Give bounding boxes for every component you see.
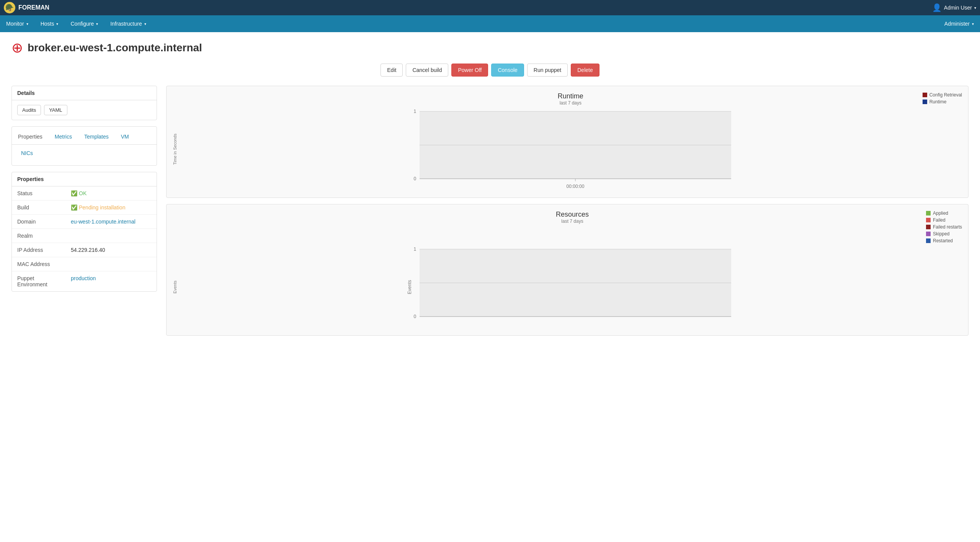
svg-text:0: 0 [413,314,416,319]
details-card: Details Audits YAML [11,86,157,120]
hosts-caret-icon: ▾ [56,22,58,26]
legend-item-failed-restarts: Failed restarts [926,224,962,230]
legend-label-runtime: Runtime [929,99,947,104]
config-retrieval-color [923,93,927,97]
legend-item-applied: Applied [926,211,962,216]
nav-hosts[interactable]: Hosts ▾ [34,15,65,32]
legend-label-restarted: Restarted [933,238,953,243]
infrastructure-caret-icon: ▾ [144,22,146,26]
restarted-color [926,238,931,243]
run-puppet-button[interactable]: Run puppet [527,64,568,77]
runtime-chart-card: Runtime last 7 days Config Retrieval Run… [166,86,969,198]
prop-value-puppet-env: production [65,271,157,292]
audits-button[interactable]: Audits [17,105,41,115]
detail-buttons: Audits YAML [17,105,151,115]
properties-card: Properties Status ✅ OK [11,172,157,292]
action-buttons: Edit Cancel build Power Off Console Run … [11,64,969,77]
cancel-build-button[interactable]: Cancel build [406,64,448,77]
resources-chart-area: 1 0 Events [180,245,962,329]
tab-metrics[interactable]: Metrics [49,130,78,144]
runtime-svg: 1 0 00:00:00 [180,107,962,191]
legend-label-failed: Failed [933,217,946,223]
user-menu[interactable]: 👤 Admin User ▾ [932,3,976,12]
brand-icon: 🪖 [4,2,15,13]
details-card-header: Details [12,86,157,100]
prop-key-puppet-env: Puppet Environment [12,271,65,292]
prop-key-mac: MAC Address [12,257,65,271]
resources-chart-legend: Applied Failed Failed restarts Skip [926,211,962,243]
top-bar: 🪖 FOREMAN 👤 Admin User ▾ [0,0,980,15]
prop-value-domain: eu-west-1.compute.internal [65,215,157,229]
prop-key-build: Build [12,201,65,215]
runtime-color [923,100,927,104]
prop-value-status: ✅ OK [65,186,157,201]
domain-link[interactable]: eu-west-1.compute.internal [71,219,136,225]
runtime-chart-header: Runtime last 7 days Config Retrieval Run… [173,92,962,106]
tab-nav: Properties Metrics Templates VM [12,130,157,145]
legend-label-skipped: Skipped [933,231,949,237]
nav-monitor[interactable]: Monitor ▾ [0,15,34,32]
left-panel: Details Audits YAML Properties Metrics T… [11,86,157,292]
legend-label-failed-restarts: Failed restarts [933,224,962,230]
table-row: Domain eu-west-1.compute.internal [12,215,157,229]
resources-chart-subtitle: last 7 days [219,219,926,224]
table-row: Status ✅ OK [12,186,157,201]
page-content: ⊕ broker.eu-west-1.compute.internal Edit… [0,32,980,542]
configure-caret-icon: ▾ [96,22,98,26]
puppet-env-link[interactable]: production [71,275,96,281]
administer-caret-icon: ▾ [972,22,974,26]
prop-value-realm [65,229,157,243]
tab-templates[interactable]: Templates [78,130,115,144]
resources-chart-card: Resources last 7 days Applied Failed [166,204,969,336]
resources-chart-title-block: Resources last 7 days [219,211,926,224]
tab-vm[interactable]: VM [115,130,135,144]
legend-item-restarted: Restarted [926,238,962,243]
resources-chart-title: Resources [219,211,926,219]
details-card-body: Audits YAML [12,100,157,120]
svg-text:Events: Events [407,280,412,294]
table-row: Realm [12,229,157,243]
runtime-chart-wrapper: Time in Seconds 1 0 [173,107,962,191]
applied-color [926,211,931,215]
svg-text:0: 0 [413,176,416,181]
os-icon: ⊕ [11,40,23,56]
table-row: IP Address 54.229.216.40 [12,243,157,257]
prop-key-realm: Realm [12,229,65,243]
table-row: Puppet Environment production [12,271,157,292]
edit-button[interactable]: Edit [381,64,403,77]
nav-left: Monitor ▾ Hosts ▾ Configure ▾ Infrastruc… [0,15,938,32]
runtime-y-axis-label: Time in Seconds [173,134,177,165]
tab-container: Properties Metrics Templates VM NICs [11,126,157,166]
monitor-caret-icon: ▾ [26,22,28,26]
page-title-row: ⊕ broker.eu-west-1.compute.internal [11,40,969,56]
svg-text:1: 1 [413,247,416,252]
legend-item-skipped: Skipped [926,231,962,237]
nav-administer[interactable]: Administer ▾ [938,15,980,32]
prop-value-ip: 54.229.216.40 [65,243,157,257]
svg-text:00:00:00: 00:00:00 [566,184,584,189]
resources-y-axis-label: Events [173,281,177,294]
runtime-chart-legend: Config Retrieval Runtime [923,92,962,104]
prop-value-build: ✅ Pending installation [65,201,157,215]
resources-chart-header: Resources last 7 days Applied Failed [173,211,962,243]
runtime-chart-subtitle: last 7 days [219,100,923,106]
runtime-chart-title-block: Runtime last 7 days [219,92,923,106]
resources-svg: 1 0 Events [180,245,962,329]
power-off-button[interactable]: Power Off [451,64,488,77]
pending-icon: ✅ [71,204,77,211]
runtime-chart-title: Runtime [219,92,923,100]
nav-infrastructure[interactable]: Infrastructure ▾ [104,15,152,32]
delete-button[interactable]: Delete [571,64,599,77]
failed-restarts-color [926,225,931,229]
tab-properties[interactable]: Properties [12,130,49,144]
resources-chart-wrapper: Events 1 0 [173,245,962,329]
nav-right: Administer ▾ [938,15,980,32]
svg-text:1: 1 [413,109,416,114]
yaml-button[interactable]: YAML [44,105,67,115]
nav-configure[interactable]: Configure ▾ [64,15,104,32]
tab-nics[interactable]: NICs [15,146,39,161]
console-button[interactable]: Console [491,64,524,77]
brand-logo[interactable]: 🪖 FOREMAN [4,2,49,13]
prop-key-domain: Domain [12,215,65,229]
runtime-chart-area: 1 0 00:00:00 [180,107,962,191]
